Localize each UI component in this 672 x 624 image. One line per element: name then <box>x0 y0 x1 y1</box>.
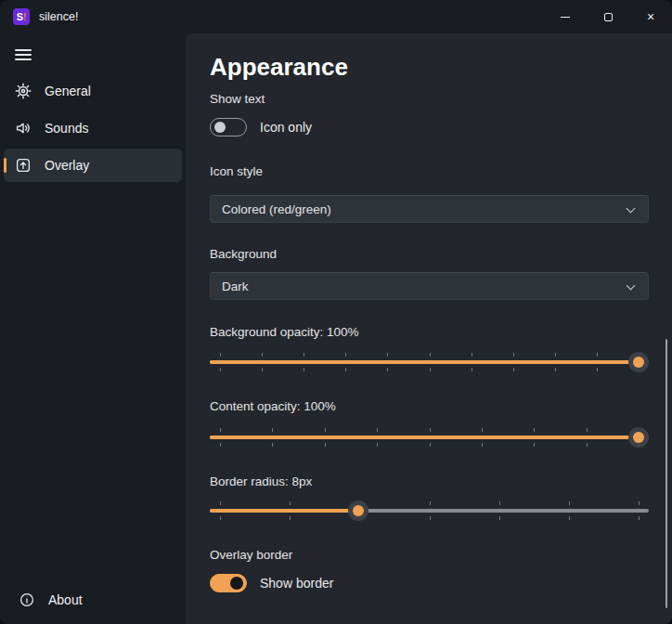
overlay-border-row: Show border <box>210 573 649 593</box>
sidebar: General Sounds Overlay <box>0 33 186 624</box>
sidebar-item-label: Sounds <box>45 121 88 136</box>
sidebar-item-label: About <box>48 592 83 607</box>
sidebar-item-sounds[interactable]: Sounds <box>4 111 182 145</box>
gear-icon <box>15 83 32 99</box>
sidebar-item-general[interactable]: General <box>4 74 182 108</box>
hamburger-icon <box>15 49 32 51</box>
content-opacity-slider[interactable] <box>210 425 649 449</box>
overlay-arrow-icon <box>15 157 32 174</box>
sidebar-item-about[interactable]: About <box>7 583 178 617</box>
page-title: Appearance <box>210 52 649 82</box>
icon-style-dropdown[interactable]: Colored (red/green) <box>210 195 649 223</box>
toggle-knob <box>214 122 226 133</box>
icon-style-value: Colored (red/green) <box>222 202 331 216</box>
window-title: silence! <box>39 10 78 23</box>
logo-letter: S <box>17 11 23 22</box>
sidebar-item-overlay[interactable]: Overlay <box>4 149 182 182</box>
titlebar: S! silence! × <box>0 0 672 33</box>
minimize-button[interactable] <box>544 0 587 33</box>
sidebar-item-label: Overlay <box>45 158 89 173</box>
logo-exclamation: ! <box>23 12 26 22</box>
maximize-icon <box>604 13 613 21</box>
background-label: Background <box>210 246 649 263</box>
info-icon <box>19 592 35 608</box>
toggle-knob <box>230 577 243 590</box>
show-text-row: Icon only <box>210 117 649 137</box>
settings-pane: Appearance Show text Icon only Icon styl… <box>186 33 672 624</box>
show-text-toggle[interactable] <box>210 118 247 136</box>
maximize-button[interactable] <box>587 0 629 33</box>
overlay-border-label: Overlay border <box>210 547 649 564</box>
background-opacity-slider[interactable] <box>210 350 649 374</box>
nav-menu-button[interactable] <box>6 39 43 71</box>
speaker-icon <box>15 120 32 136</box>
show-text-label: Show text <box>210 91 649 108</box>
border-radius-label: Border radius: 8px <box>210 474 649 490</box>
nav-list: General Sounds Overlay <box>0 74 186 182</box>
content-opacity-label: Content opacity: 100% <box>210 398 649 415</box>
close-button[interactable]: × <box>629 0 672 33</box>
icon-style-label: Icon style <box>210 163 649 180</box>
app-logo-icon: S! <box>13 8 30 25</box>
overlay-border-toggle[interactable] <box>210 574 247 592</box>
background-opacity-label: Background opacity: 100% <box>210 324 649 341</box>
chevron-down-icon <box>627 204 636 214</box>
sidebar-item-label: General <box>45 84 91 98</box>
chevron-down-icon <box>627 281 636 291</box>
vertical-scrollbar[interactable] <box>666 339 667 608</box>
background-value: Dark <box>222 280 249 293</box>
show-text-toggle-label: Icon only <box>260 120 312 135</box>
border-radius-slider[interactable] <box>210 499 649 523</box>
overlay-border-toggle-label: Show border <box>260 576 333 591</box>
app-window: S! silence! × General <box>0 0 672 624</box>
background-dropdown[interactable]: Dark <box>210 272 649 300</box>
close-icon: × <box>647 10 654 23</box>
minimize-icon <box>561 17 570 18</box>
